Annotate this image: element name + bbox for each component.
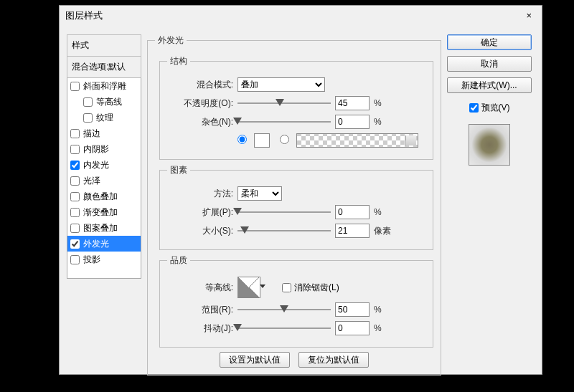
size-slider[interactable] <box>237 225 331 236</box>
range-input[interactable] <box>335 302 370 317</box>
noise-unit: % <box>374 117 382 127</box>
style-item-label: 等高线 <box>96 96 122 108</box>
ok-button[interactable]: 确定 <box>447 34 532 50</box>
structure-legend: 结构 <box>167 55 190 67</box>
jitter-unit: % <box>374 323 382 333</box>
styles-column: 样式 混合选项:默认 斜面和浮雕等高线纹理描边内阴影内发光光泽颜色叠加渐变叠加图… <box>67 34 141 367</box>
range-label: 范围(R): <box>167 304 233 316</box>
action-column: 确定 取消 新建样式(W)... 预览(V) <box>447 34 532 367</box>
style-item-checkbox[interactable] <box>70 208 80 217</box>
style-item[interactable]: 纹理 <box>67 110 141 125</box>
opacity-slider[interactable] <box>237 97 331 109</box>
style-item-label: 投影 <box>83 254 100 266</box>
group-main-legend: 外发光 <box>155 34 187 47</box>
style-item-checkbox[interactable] <box>70 145 80 154</box>
style-item[interactable]: 等高线 <box>67 94 141 110</box>
style-item[interactable]: 内阴影 <box>67 141 141 157</box>
range-slider[interactable] <box>237 304 331 315</box>
quality-legend: 品质 <box>167 254 190 267</box>
structure-group: 结构 混合模式: 叠加 不透明度(O): % 杂色(N) <box>159 55 433 160</box>
style-item-checkbox[interactable] <box>70 192 80 201</box>
style-item-checkbox[interactable] <box>70 176 80 186</box>
close-icon[interactable]: × <box>522 6 536 26</box>
technique-label: 方法: <box>167 188 233 200</box>
style-item-label: 斜面和浮雕 <box>83 80 126 92</box>
opacity-unit: % <box>374 98 382 108</box>
noise-slider[interactable] <box>237 116 331 128</box>
style-item[interactable]: 内发光 <box>67 157 141 173</box>
set-default-button[interactable]: 设置为默认值 <box>220 352 290 368</box>
layer-style-dialog: 图层样式 × 样式 混合选项:默认 斜面和浮雕等高线纹理描边内阴影内发光光泽颜色… <box>59 5 542 375</box>
quality-group: 品质 等高线: 消除锯齿(L) 范围(R): % <box>159 254 433 348</box>
jitter-label: 抖动(J): <box>167 322 233 335</box>
style-item[interactable]: 投影 <box>67 252 141 267</box>
styles-list: 斜面和浮雕等高线纹理描边内阴影内发光光泽颜色叠加渐变叠加图案叠加外发光投影 <box>67 78 141 279</box>
opacity-label: 不透明度(O): <box>167 97 233 110</box>
antialias-checkbox[interactable]: 消除锯齿(L) <box>282 282 339 294</box>
spread-label: 扩展(P): <box>167 206 233 219</box>
spread-input[interactable] <box>335 205 370 219</box>
contour-picker[interactable] <box>237 277 260 298</box>
styles-header[interactable]: 样式 <box>67 34 141 56</box>
style-item[interactable]: 光泽 <box>67 173 141 188</box>
preview-swatch <box>469 124 510 166</box>
style-item-label: 颜色叠加 <box>83 191 118 203</box>
spread-slider[interactable] <box>237 206 331 218</box>
opacity-input[interactable] <box>335 96 370 110</box>
outer-glow-group: 外发光 结构 混合模式: 叠加 不透明度(O): % <box>147 34 441 376</box>
style-item-checkbox[interactable] <box>70 129 80 138</box>
style-item-label: 光泽 <box>83 175 100 187</box>
elements-group: 图素 方法: 柔和 扩展(P): % 大小(S): <box>159 164 433 250</box>
style-item-checkbox[interactable] <box>70 161 80 170</box>
cancel-button[interactable]: 取消 <box>447 56 532 72</box>
preview-checkbox[interactable] <box>469 103 479 113</box>
settings-panel: 外发光 结构 混合模式: 叠加 不透明度(O): % <box>147 34 441 367</box>
style-item-checkbox[interactable] <box>70 255 80 264</box>
elements-legend: 图素 <box>167 164 190 176</box>
blend-mode-select[interactable]: 叠加 <box>237 77 325 92</box>
solid-color-radio[interactable] <box>237 135 250 146</box>
glow-color-swatch[interactable] <box>254 133 270 148</box>
preview-label: 预览(V) <box>481 102 510 114</box>
style-item-checkbox[interactable] <box>70 224 80 233</box>
gradient-picker[interactable] <box>296 133 418 148</box>
noise-label: 杂色(N): <box>167 116 233 128</box>
style-item-checkbox[interactable] <box>83 97 93 107</box>
reset-default-button[interactable]: 复位为默认值 <box>298 352 369 368</box>
new-style-button[interactable]: 新建样式(W)... <box>447 77 532 93</box>
contour-label: 等高线: <box>167 282 233 294</box>
noise-input[interactable] <box>335 115 370 129</box>
blend-mode-label: 混合模式: <box>167 79 233 91</box>
style-item-checkbox[interactable] <box>70 239 80 249</box>
jitter-input[interactable] <box>335 321 370 335</box>
size-unit: 像素 <box>374 225 391 237</box>
style-item-label: 纹理 <box>96 112 113 124</box>
style-item[interactable]: 渐变叠加 <box>67 204 141 220</box>
style-item-label: 内阴影 <box>83 143 109 156</box>
style-item[interactable]: 外发光 <box>67 236 141 252</box>
style-item-checkbox[interactable] <box>70 82 80 91</box>
style-item-label: 图案叠加 <box>83 222 118 234</box>
titlebar: 图层样式 × <box>60 6 542 26</box>
style-item[interactable]: 描边 <box>67 125 141 141</box>
jitter-slider[interactable] <box>237 322 331 334</box>
range-unit: % <box>374 305 382 315</box>
style-item-checkbox[interactable] <box>83 113 93 123</box>
style-item[interactable]: 斜面和浮雕 <box>67 78 141 94</box>
style-item-label: 渐变叠加 <box>83 206 118 219</box>
size-input[interactable] <box>335 224 370 238</box>
blend-options-row[interactable]: 混合选项:默认 <box>67 56 141 78</box>
technique-select[interactable]: 柔和 <box>237 186 282 201</box>
style-item[interactable]: 图案叠加 <box>67 220 141 236</box>
style-item-label: 内发光 <box>83 159 109 171</box>
spread-unit: % <box>374 207 382 217</box>
style-item-label: 描边 <box>83 128 100 140</box>
dialog-title: 图层样式 <box>65 6 103 26</box>
gradient-radio[interactable] <box>280 135 292 146</box>
size-label: 大小(S): <box>167 225 233 237</box>
style-item-label: 外发光 <box>83 238 109 250</box>
style-item[interactable]: 颜色叠加 <box>67 188 141 204</box>
